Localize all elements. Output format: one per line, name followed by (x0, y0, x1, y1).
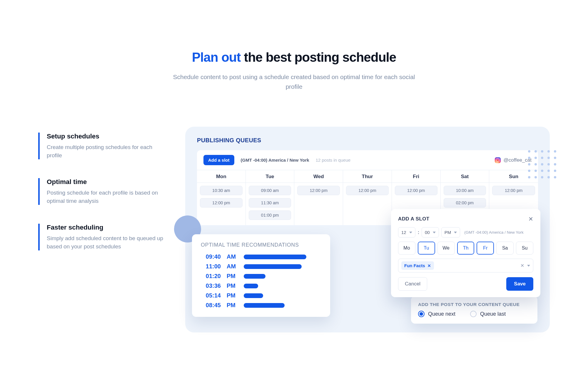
feature-desc: Create multiple posting schedules for ea… (47, 143, 165, 159)
feature-desc: Posting schedule for each profile is bas… (47, 189, 165, 205)
feature-title: Optimal time (47, 178, 165, 186)
time-slot-chip[interactable]: 10:00 am (444, 186, 486, 195)
time-slot-chip[interactable]: 01:00 pm (249, 210, 291, 220)
clear-tags-icon[interactable]: ✕ (520, 263, 524, 268)
page-title: Plan out the best posting schedule (38, 50, 550, 65)
day-column: Mon10:30 am12:00 pm (197, 170, 246, 225)
day-toggle-tu[interactable]: Tu (418, 242, 435, 255)
tag-label: Fun Facts (404, 263, 425, 268)
time-slot-chip[interactable]: 12:00 pm (346, 186, 389, 195)
add-slot-modal: ADD A SLOT ✕ 12 : 00 PM (GMT -04:00) Ame… (391, 209, 540, 297)
day-header: Fri (392, 170, 440, 183)
cancel-button[interactable]: Cancel (398, 277, 427, 291)
feature-title: Setup schedules (47, 133, 165, 140)
day-column: Tue09:00 am11:30 am01:00 pm (246, 170, 295, 225)
publishing-queues-panel: PUBLISHING QUEUES Add a slot (GMT -04:00… (185, 127, 550, 332)
time-slot-chip[interactable]: 11:30 am (249, 198, 291, 208)
optimal-ampm: AM (227, 253, 238, 260)
day-header: Wed (294, 170, 343, 183)
queue-count: 12 posts in queue (316, 158, 350, 163)
tag-select[interactable]: Fun Facts ✕ ✕ (398, 259, 533, 272)
profile-handle[interactable]: @coffee_cat (495, 157, 532, 163)
day-column: Thur12:00 pm (343, 170, 392, 225)
dots-decoration (528, 150, 556, 178)
optimal-bar (244, 303, 285, 308)
add-slot-button[interactable]: Add a slot (203, 155, 234, 165)
close-icon[interactable]: ✕ (528, 215, 533, 223)
minute-select[interactable]: 00 (422, 227, 439, 238)
optimal-time-row: 01:20PM (201, 273, 321, 280)
feature-title: Faster scheduling (47, 224, 165, 231)
time-colon: : (418, 230, 419, 235)
optimal-time: 11:00 (201, 263, 221, 270)
chevron-down-icon (409, 232, 412, 233)
panel-title: PUBLISHING QUEUES (197, 137, 538, 144)
addslot-timezone: (GMT -04:00) America / New York (464, 230, 524, 235)
optimal-bar (244, 255, 306, 259)
hour-select[interactable]: 12 (398, 227, 415, 238)
optimal-time: 03:36 (201, 282, 221, 289)
handle-text: @coffee_cat (504, 157, 532, 163)
instagram-icon (495, 157, 501, 163)
time-slot-chip[interactable]: 12:00 pm (200, 198, 243, 208)
day-toggle-mo[interactable]: Mo (398, 242, 415, 255)
optimal-time-row: 08:45PM (201, 302, 321, 309)
chevron-down-icon (433, 232, 436, 233)
time-slot-chip[interactable]: 02:00 pm (444, 198, 486, 208)
time-slot-chip[interactable]: 12:00 pm (297, 186, 340, 195)
optimal-ampm: PM (227, 273, 238, 280)
day-toggle-su[interactable]: Su (516, 242, 533, 255)
remove-tag-icon[interactable]: ✕ (427, 263, 431, 268)
optimal-time: 09:40 (201, 253, 221, 260)
time-slot-chip[interactable]: 12:00 pm (395, 186, 437, 195)
page-subtitle: Schedule content to post using a schedul… (165, 72, 423, 91)
timezone-text: (GMT -04:00) America / New York (241, 158, 309, 163)
optimal-time-row: 05:14PM (201, 292, 321, 299)
optimal-recommendations-card: OPTIMAL TIME RECOMMENDATIONS 09:40AM11:0… (192, 234, 330, 317)
add-slot-title: ADD A SLOT (398, 216, 430, 222)
optimal-ampm: PM (227, 282, 238, 289)
chevron-down-icon (454, 232, 457, 233)
radio-label: Queue next (428, 311, 455, 317)
day-toggle-we[interactable]: We (437, 242, 455, 255)
time-slot-chip[interactable]: 09:00 am (249, 186, 291, 195)
chevron-down-icon[interactable] (527, 265, 530, 267)
optimal-time-row: 09:40AM (201, 253, 321, 260)
feature-desc: Simply add scheduled content to be queue… (47, 234, 165, 250)
optimal-time: 05:14 (201, 292, 221, 299)
optimal-time-row: 03:36PM (201, 282, 321, 289)
day-header: Mon (197, 170, 245, 183)
optimal-time: 01:20 (201, 273, 221, 280)
tag-chip[interactable]: Fun Facts ✕ (401, 261, 434, 270)
feature-faster-scheduling: Faster scheduling Simply add scheduled c… (38, 224, 165, 250)
time-slot-chip[interactable]: 12:00 pm (492, 186, 535, 195)
time-slot-chip[interactable]: 10:30 am (200, 186, 243, 195)
title-rest: the best posting schedule (240, 50, 396, 64)
optimal-ampm: PM (227, 292, 238, 299)
day-buttons: MoTuWeThFrSaSu (398, 242, 533, 255)
optimal-time-row: 11:00AM (201, 263, 321, 270)
queue-last-radio[interactable]: Queue last (470, 311, 506, 317)
day-toggle-sa[interactable]: Sa (496, 242, 514, 255)
day-header: Sat (441, 170, 489, 183)
day-toggle-fr[interactable]: Fr (477, 242, 494, 255)
day-toggle-th[interactable]: Th (457, 242, 475, 255)
day-header: Thur (343, 170, 392, 183)
optimal-ampm: PM (227, 302, 238, 309)
radio-icon (418, 311, 425, 317)
queue-position-title: ADD THE POST TO YOUR CONTENT QUEUE (418, 302, 530, 307)
day-header: Tue (246, 170, 294, 183)
features-list: Setup schedules Create multiple posting … (38, 127, 165, 332)
queue-next-radio[interactable]: Queue next (418, 311, 455, 317)
optimal-bar (244, 284, 258, 288)
optimal-bar (244, 264, 302, 269)
optimal-bar (244, 274, 265, 279)
ampm-select[interactable]: PM (441, 227, 460, 238)
optimal-time: 08:45 (201, 302, 221, 309)
radio-icon (470, 311, 477, 317)
feature-setup-schedules: Setup schedules Create multiple posting … (38, 133, 165, 159)
optimal-title: OPTIMAL TIME RECOMMENDATIONS (201, 242, 321, 248)
queue-position-card: ADD THE POST TO YOUR CONTENT QUEUE Queue… (411, 296, 537, 324)
save-button[interactable]: Save (506, 277, 533, 291)
feature-optimal-time: Optimal time Posting schedule for each p… (38, 178, 165, 205)
